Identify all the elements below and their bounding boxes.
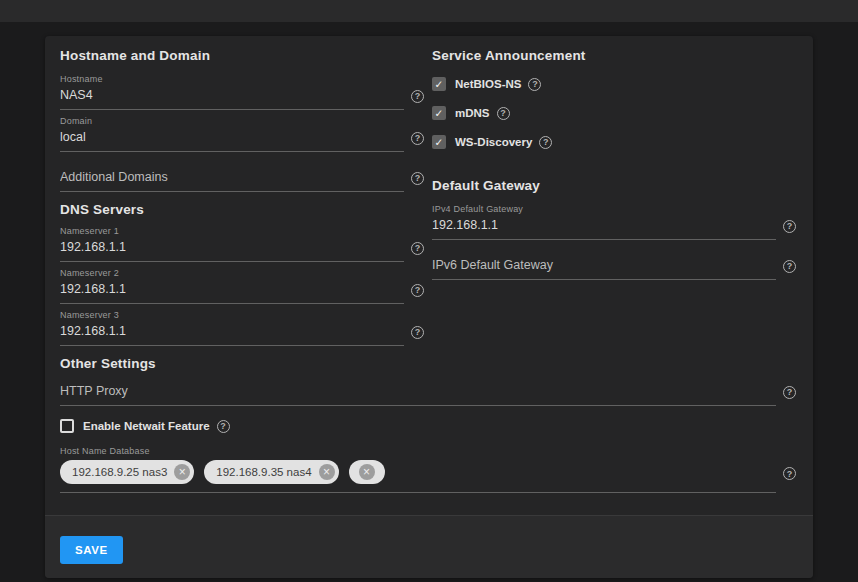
host-name-database-label: Host Name Database (60, 446, 796, 456)
hostname-field: Hostname ? (60, 74, 424, 110)
help-icon[interactable]: ? (783, 467, 796, 480)
mdns-label: mDNS (455, 107, 490, 119)
ws-discovery-checkbox[interactable]: ✓ (432, 135, 446, 149)
additional-domains-field: ? (60, 168, 424, 192)
section-title-hostname-domain: Hostname and Domain (60, 48, 424, 64)
nameserver1-field: Nameserver 1 ? (60, 226, 424, 262)
netbios-ns-checkbox[interactable]: ✓ (432, 77, 446, 91)
help-icon[interactable]: ? (411, 284, 424, 297)
nameserver1-input[interactable] (60, 238, 404, 262)
section-title-default-gateway: Default Gateway (432, 178, 796, 194)
ipv4-gateway-input[interactable] (432, 216, 776, 240)
netbios-ns-row: ✓ NetBIOS-NS ? (432, 76, 796, 92)
help-icon[interactable]: ? (217, 420, 230, 433)
check-icon: ✓ (435, 137, 444, 148)
section-title-other-settings: Other Settings (60, 356, 796, 372)
domain-input[interactable] (60, 128, 404, 152)
ipv4-gateway-field: IPv4 Default Gateway ? (432, 204, 796, 240)
netwait-label: Enable Netwait Feature (83, 420, 210, 432)
close-icon[interactable]: × (319, 464, 335, 480)
help-icon[interactable]: ? (411, 172, 424, 185)
nameserver1-label: Nameserver 1 (60, 226, 424, 236)
domain-label: Domain (60, 116, 424, 126)
ipv6-gateway-field: ? (432, 256, 796, 280)
ipv6-gateway-input[interactable] (432, 256, 776, 280)
help-icon[interactable]: ? (411, 242, 424, 255)
help-icon[interactable]: ? (783, 386, 796, 399)
left-column: Hostname and Domain Hostname ? Domain ? (60, 48, 424, 352)
right-column: Service Announcement ✓ NetBIOS-NS ? ✓ mD… (432, 48, 796, 352)
help-icon[interactable]: ? (497, 107, 510, 120)
mdns-row: ✓ mDNS ? (432, 105, 796, 121)
host-chip[interactable]: 192.168.9.35 nas4 × (204, 460, 338, 484)
help-icon[interactable]: ? (783, 260, 796, 273)
nameserver3-field: Nameserver 3 ? (60, 310, 424, 346)
section-title-dns-servers: DNS Servers (60, 202, 424, 218)
mdns-checkbox[interactable]: ✓ (432, 106, 446, 120)
card-content: Hostname and Domain Hostname ? Domain ? (45, 36, 813, 515)
netbios-ns-label: NetBIOS-NS (455, 78, 521, 90)
help-icon[interactable]: ? (411, 326, 424, 339)
nameserver3-input[interactable] (60, 322, 404, 346)
ws-discovery-label: WS-Discovery (455, 136, 532, 148)
additional-domains-input[interactable] (60, 168, 404, 192)
hostname-label: Hostname (60, 74, 424, 84)
help-icon[interactable]: ? (411, 132, 424, 145)
network-global-config-card: Hostname and Domain Hostname ? Domain ? (45, 36, 813, 578)
host-chip[interactable]: 192.168.9.25 nas3 × (60, 460, 194, 484)
nameserver3-label: Nameserver 3 (60, 310, 424, 320)
ws-discovery-row: ✓ WS-Discovery ? (432, 134, 796, 150)
hostname-input[interactable] (60, 86, 404, 110)
top-bar (0, 0, 858, 22)
help-icon[interactable]: ? (539, 136, 552, 149)
netwait-row: Enable Netwait Feature ? (60, 418, 796, 434)
nameserver2-label: Nameserver 2 (60, 268, 424, 278)
close-icon[interactable]: × (174, 464, 190, 480)
help-icon[interactable]: ? (411, 90, 424, 103)
check-icon: ✓ (435, 108, 444, 119)
nameserver2-field: Nameserver 2 ? (60, 268, 424, 304)
chip-text: 192.168.9.25 nas3 (72, 466, 167, 478)
host-chip-empty[interactable]: × (349, 460, 385, 484)
http-proxy-input[interactable] (60, 382, 776, 406)
http-proxy-field: ? (60, 382, 796, 406)
chip-text: 192.168.9.35 nas4 (216, 466, 311, 478)
host-name-database-field: Host Name Database 192.168.9.25 nas3 × 1… (60, 446, 796, 493)
domain-field: Domain ? (60, 116, 424, 152)
ipv4-gateway-label: IPv4 Default Gateway (432, 204, 796, 214)
section-title-service-announcement: Service Announcement (432, 48, 796, 64)
nameserver2-input[interactable] (60, 280, 404, 304)
other-settings-section: Other Settings ? Enable Netwait Feature … (60, 352, 796, 499)
save-button[interactable]: SAVE (60, 536, 123, 564)
host-name-database-chips[interactable]: 192.168.9.25 nas3 × 192.168.9.35 nas4 × … (60, 458, 776, 493)
netwait-checkbox[interactable] (60, 419, 74, 433)
help-icon[interactable]: ? (783, 220, 796, 233)
page-background: Hostname and Domain Hostname ? Domain ? (0, 22, 858, 582)
card-footer: SAVE (45, 515, 813, 578)
help-icon[interactable]: ? (528, 78, 541, 91)
check-icon: ✓ (435, 79, 444, 90)
close-icon[interactable]: × (359, 464, 375, 480)
